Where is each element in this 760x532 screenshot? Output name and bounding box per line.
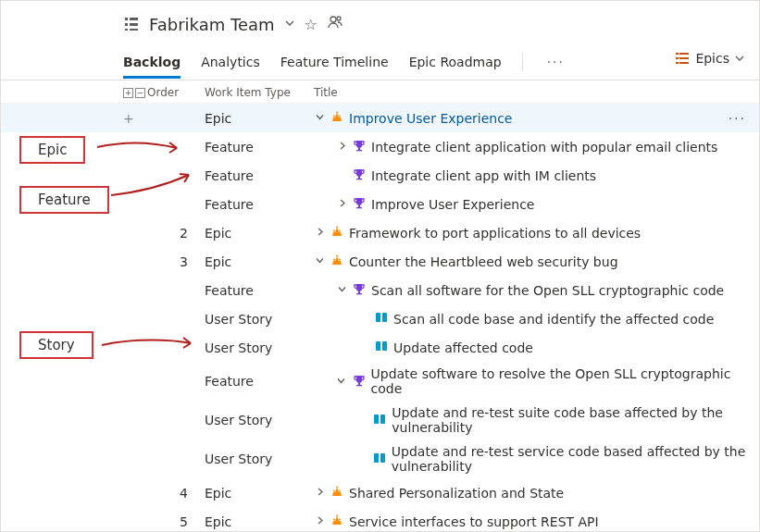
svg-point-45 [339,519,341,521]
caret-down-icon[interactable] [336,285,347,295]
svg-rect-29 [358,291,360,293]
svg-rect-12 [676,62,679,64]
row-order: 4 [147,486,205,501]
epic-icon [330,513,343,529]
svg-rect-20 [356,179,362,179]
caret-right-icon[interactable] [314,488,325,498]
user-story-icon [375,340,388,355]
svg-point-44 [333,519,335,521]
svg-rect-8 [676,53,679,55]
backlog-team-icon [123,16,140,32]
row-title-cell: Update software to resolve the Open SLL … [314,366,750,396]
caret-down-icon[interactable] [314,256,325,266]
backlog-row[interactable]: FeatureUpdate software to resolve the Op… [1,362,759,401]
backlog-row[interactable]: 5EpicService interfaces to support REST … [1,507,759,532]
annotation-feature-arrow [107,166,200,203]
row-work-item-type: Epic [205,111,314,126]
team-members-icon[interactable] [327,14,343,34]
svg-rect-5 [130,29,138,31]
caret-down-icon[interactable] [336,377,347,387]
caret-right-icon[interactable] [314,228,325,238]
row-work-item-type: Epic [205,486,314,501]
team-name[interactable]: Fabrikam Team [149,15,275,34]
backlog-row[interactable]: User StoryUpdate and re-test suite code … [1,401,759,439]
caret-right-icon[interactable] [336,199,347,209]
annotation-epic: Epic [19,136,85,164]
svg-point-14 [333,116,335,118]
row-title-cell: Service interfaces to support REST API [314,513,750,529]
svg-point-41 [333,490,335,492]
caret-right-icon[interactable] [314,516,325,526]
caret-down-icon[interactable] [314,113,325,123]
svg-point-46 [336,515,338,517]
annotation-story-arrow [98,332,200,360]
svg-rect-36 [356,385,362,386]
backlog-row[interactable]: User StoryScan all code base and identif… [1,304,759,333]
row-title-cell: Framework to port applications to all de… [314,225,750,241]
expand-all-icon[interactable]: + [123,88,133,98]
row-title: Shared Personalization and State [349,486,564,501]
add-child-icon[interactable]: + [123,111,147,126]
svg-rect-34 [382,341,387,351]
svg-rect-38 [380,414,385,424]
favorite-star-icon[interactable]: ☆ [305,16,318,33]
backlog-row[interactable]: +EpicImprove User Experience··· [1,104,759,132]
row-title[interactable]: Improve User Experience [349,111,512,126]
annotation-story: Story [19,331,93,359]
column-title[interactable]: Title [314,86,759,99]
svg-rect-0 [125,18,128,20]
backlog-row[interactable]: 4EpicShared Personalization and State [1,478,759,507]
backlog-row[interactable]: 3EpicCounter the Heartbleed web security… [1,247,759,276]
row-title: Integrate client app with IM clients [371,168,596,183]
row-title: Counter the Heartbleed web security bug [349,254,618,269]
row-title: Update and re-test suite code base affec… [392,405,750,435]
column-headers: + − Order Work Item Type Title [1,80,759,104]
row-title-cell: Integrate client application with popula… [314,139,750,155]
svg-rect-9 [679,53,689,55]
tab-epic-roadmap[interactable]: Epic Roadmap [409,45,502,79]
epic-icon [330,254,343,269]
svg-rect-13 [679,62,689,64]
svg-rect-18 [356,150,362,151]
row-title-cell: Improve User Experience [314,196,750,212]
backlog-level-picker[interactable]: Epics [675,51,744,66]
page-header: Fabrikam Team ☆ [1,1,759,43]
feature-icon [353,282,366,298]
row-title-cell: Integrate client app with IM clients [314,167,750,183]
annotation-epic-arrow [93,138,186,166]
backlog-row[interactable]: 2EpicFramework to port applications to a… [1,218,759,247]
backlog-row[interactable]: FeatureScan all software for the Open SL… [1,276,759,304]
row-work-item-type: Feature [205,140,314,155]
feature-icon [353,167,366,183]
svg-point-16 [336,112,338,114]
epic-icon [330,485,343,501]
row-work-item-type: Epic [205,226,314,241]
svg-rect-19 [358,177,360,179]
column-order[interactable]: Order [147,86,205,99]
svg-rect-31 [376,313,380,322]
epic-icon [330,225,343,241]
tab-analytics[interactable]: Analytics [201,45,260,79]
svg-point-15 [339,116,341,118]
svg-point-43 [336,487,338,489]
svg-point-7 [337,17,341,20]
row-work-item-type: User Story [205,312,314,327]
feature-icon [353,139,366,155]
collapse-all-icon[interactable]: − [135,88,145,98]
svg-rect-40 [380,453,385,463]
row-work-item-type: User Story [205,452,314,466]
caret-right-icon[interactable] [336,142,347,152]
tab-divider [522,53,523,71]
column-work-item-type[interactable]: Work Item Type [205,86,314,99]
row-title-cell: Scan all code base and identify the affe… [314,311,750,327]
tab-backlog[interactable]: Backlog [123,45,181,79]
row-work-item-type: Feature [205,283,314,298]
backlog-row[interactable]: User StoryUpdate and re-test service cod… [1,439,759,478]
epic-icon [330,110,343,126]
svg-rect-17 [358,148,360,150]
team-dropdown-chevron-icon[interactable] [284,17,295,31]
row-title: Integrate client application with popula… [371,140,717,155]
tab-feature-timeline[interactable]: Feature Timeline [280,45,389,79]
row-more-icon[interactable]: ··· [729,111,746,126]
tab-overflow-icon[interactable]: ··· [543,55,568,69]
